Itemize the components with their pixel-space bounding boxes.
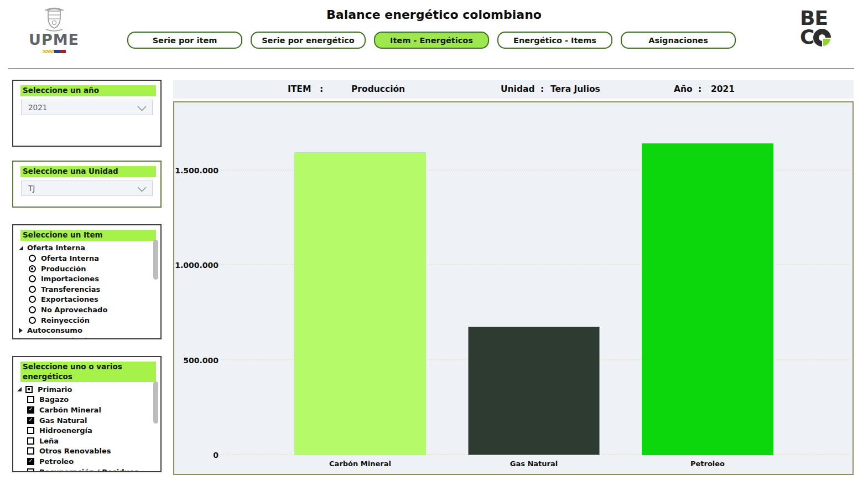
upme-logo-text: UPME — [28, 32, 80, 48]
checkbox-item-label: Leña — [39, 437, 59, 445]
radio-icon[interactable] — [29, 275, 36, 282]
checkbox-item-label: Recuperación / Residuos — [39, 468, 139, 472]
radio-icon[interactable] — [29, 255, 36, 262]
chart-item-label: ITEM — [288, 80, 311, 99]
radio-item-label: Transferencias — [41, 285, 100, 293]
chevron-down-icon — [137, 187, 147, 192]
beco-logo: BE C — [800, 10, 844, 48]
checkbox-item-label: Otros Renovables — [39, 447, 111, 455]
radio-checked-icon[interactable] — [29, 265, 36, 272]
checkbox-item-carbon-mineral[interactable]: Carbón Mineral — [13, 405, 160, 415]
radio-item-reinyeccion[interactable]: Reinyección — [13, 315, 160, 326]
radio-item-label: Reinyección — [41, 316, 90, 324]
beco-o-leaf-icon — [813, 29, 832, 48]
checkbox-checked-icon[interactable] — [27, 458, 34, 465]
checkbox-item-bagazo[interactable]: Bagazo — [13, 395, 160, 405]
bar-gas-natural[interactable] — [468, 327, 600, 455]
radio-item-no-aprovechado[interactable]: No Aprovechado — [13, 305, 160, 315]
year-filter-label: Seleccione un año — [20, 85, 156, 96]
radio-icon[interactable] — [29, 306, 36, 313]
y-tick-label: 1.000.000 — [174, 260, 219, 270]
item-tree-scrollbar[interactable] — [153, 240, 158, 280]
expander-closed-icon[interactable] — [19, 338, 23, 339]
x-category-label-gas-natural: Gas Natural — [468, 460, 600, 468]
chart-unit-value: Tera Julios — [550, 80, 600, 99]
tab-item-energeticos[interactable]: Item - Energéticos — [374, 32, 489, 49]
chevron-down-icon — [137, 106, 147, 111]
y-tick-label: 0 — [174, 450, 219, 460]
colombia-flag-stripe — [43, 50, 66, 53]
checkbox-icon[interactable] — [27, 396, 34, 403]
energy-filter-box: Seleccione uno o varios energéticos Prim… — [12, 356, 162, 472]
beco-logo-line1: BE — [800, 10, 844, 27]
chart-year-value: 2021 — [711, 80, 735, 99]
radio-item-produccion[interactable]: Producción — [13, 264, 160, 274]
radio-icon[interactable] — [29, 317, 36, 324]
tree-group-label: Primario — [38, 385, 72, 394]
y-tick-label: 1.500.000 — [174, 166, 219, 176]
year-dropdown[interactable]: 2021 — [21, 100, 153, 115]
radio-item-importaciones[interactable]: Importaciones — [13, 274, 160, 284]
energy-tree-scrollbar[interactable] — [153, 381, 158, 424]
checkbox-indeterminate-icon[interactable] — [25, 386, 33, 393]
tree-group-oferta-interna[interactable]: Oferta Interna — [13, 243, 160, 254]
unit-filter-label: Seleccione una Unidad — [20, 166, 156, 177]
radio-item-exportaciones[interactable]: Exportaciones — [13, 295, 160, 305]
beco-logo-line2: C — [800, 29, 814, 46]
checkbox-item-gas-natural[interactable]: Gas Natural — [13, 415, 160, 426]
chart-item-value: Producción — [351, 80, 405, 99]
tree-group-primario[interactable]: Primario — [13, 384, 160, 395]
checkbox-item-hidroenergia[interactable]: Hidroenergía — [13, 425, 160, 436]
expander-open-icon[interactable] — [19, 246, 23, 250]
radio-item-oferta-interna[interactable]: Oferta Interna — [13, 253, 160, 264]
bar-petroleo[interactable] — [642, 143, 773, 455]
checkbox-icon[interactable] — [27, 427, 34, 434]
tree-group-autoconsumo[interactable]: Autoconsumo — [13, 325, 160, 336]
tab-serie-por-item[interactable]: Serie por item — [127, 32, 242, 49]
checkbox-item-label: Petroleo — [39, 457, 74, 466]
checkbox-icon[interactable] — [27, 437, 34, 445]
checkbox-item-otros-renovables[interactable]: Otros Renovables — [13, 446, 160, 457]
chart-year-label: Año — [674, 80, 693, 99]
checkbox-item-recuperacion-residuos[interactable]: Recuperación / Residuos — [13, 467, 160, 472]
checkbox-checked-icon[interactable] — [27, 417, 34, 424]
item-tree: Oferta Interna Oferta Interna Producción… — [13, 243, 160, 339]
radio-icon[interactable] — [29, 296, 36, 303]
expander-closed-icon[interactable] — [19, 328, 23, 333]
checkbox-item-lena[interactable]: Leña — [13, 436, 160, 446]
unit-filter-box: Seleccione una Unidad TJ — [12, 161, 162, 208]
checkbox-icon[interactable] — [27, 468, 34, 472]
page-title: Balance energético colombiano — [0, 8, 868, 22]
separator-colon: : — [698, 80, 701, 99]
radio-item-label: Importaciones — [41, 275, 99, 283]
separator-colon: : — [320, 80, 323, 99]
checkbox-item-label: Hidroenergía — [39, 426, 92, 435]
checkbox-checked-icon[interactable] — [27, 406, 34, 414]
x-category-label-carbon-mineral: Carbón Mineral — [294, 460, 426, 468]
tree-group-label: Consumo Final — [27, 337, 87, 339]
tree-group-consumo-final[interactable]: Consumo Final — [13, 336, 160, 339]
tab-serie-por-energetico[interactable]: Serie por energético — [251, 32, 366, 49]
chart-header-band: ITEM : Producción Unidad : Tera Julios A… — [173, 80, 854, 99]
chart-unit-label: Unidad — [501, 80, 535, 99]
tree-group-label: Autoconsumo — [27, 326, 82, 334]
radio-icon[interactable] — [29, 286, 36, 293]
energy-tree: Primario Bagazo Carbón Mineral Gas Natur… — [13, 384, 160, 472]
energy-filter-label: Seleccione uno o varios energéticos — [20, 362, 156, 382]
header-divider — [8, 68, 854, 69]
expander-open-icon[interactable] — [17, 387, 22, 391]
radio-item-label: No Aprovechado — [41, 306, 107, 314]
unit-dropdown[interactable]: TJ — [21, 180, 153, 196]
radio-item-label: Producción — [41, 265, 86, 273]
tree-group-label: Oferta Interna — [27, 244, 85, 252]
checkbox-item-label: Gas Natural — [39, 416, 87, 425]
checkbox-item-label: Carbón Mineral — [39, 406, 101, 414]
checkbox-item-petroleo[interactable]: Petroleo — [13, 456, 160, 467]
checkbox-item-label: Bagazo — [39, 395, 69, 404]
radio-item-transferencias[interactable]: Transferencias — [13, 284, 160, 295]
tab-energetico-items[interactable]: Energético - Items — [497, 32, 612, 49]
radio-item-label: Exportaciones — [41, 295, 98, 303]
bar-carbon-mineral[interactable] — [294, 152, 426, 455]
checkbox-icon[interactable] — [27, 447, 34, 455]
tab-asignaciones[interactable]: Asignaciones — [621, 32, 736, 49]
